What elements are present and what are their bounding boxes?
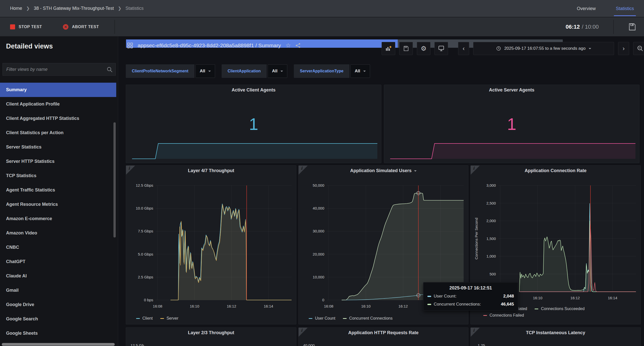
legend-item[interactable]: Connections Failed — [483, 313, 524, 318]
legend-item[interactable]: Client — [136, 316, 153, 321]
chart-tooltip: 2025-09-17 16:12:51 User Count:2,048Conc… — [423, 282, 518, 311]
panel-layer23-throughput: Layer 2/3 Throughput 12.5 Gb — [126, 327, 296, 346]
breadcrumb-item[interactable]: Statistics — [126, 6, 144, 11]
panel-title[interactable]: Layer 2/3 Throughput — [126, 330, 296, 335]
save-dashboard-icon — [403, 45, 409, 52]
tab-statistics[interactable]: Statistics — [616, 0, 634, 17]
stat-value: 1 — [384, 115, 639, 134]
stat-value: 1 — [126, 115, 381, 134]
monitor-icon — [438, 45, 445, 52]
cycle-view-button[interactable] — [434, 42, 448, 55]
sidebar-item-chatgpt[interactable]: ChatGPT — [0, 255, 116, 269]
add-panel-button[interactable] — [382, 42, 395, 55]
legend-item[interactable]: Concurrent Connections — [343, 316, 393, 321]
legend-series-color — [535, 309, 538, 309]
svg-text:16:14: 16:14 — [264, 304, 273, 308]
dashboard-title[interactable]: appsec-ef6dc5e8-d95c-4923-8dd2-208a5a889… — [138, 42, 281, 48]
breadcrumb: Home❯38 - STH Gateway Mix-Throughput-Tes… — [0, 6, 144, 11]
add-panel-icon — [385, 45, 392, 52]
tab-statistics-label: Statistics — [616, 6, 634, 11]
sidebar-item-summary[interactable]: Summary — [0, 83, 116, 97]
sidebar-item-google-drive[interactable]: Google Drive — [0, 298, 116, 312]
breadcrumb-item[interactable]: Home — [10, 6, 22, 11]
time-range-picker[interactable]: 2025-09-17 16:07:55 to a few seconds ago — [473, 42, 614, 55]
sidebar-horizontal-scrollbar[interactable] — [2, 343, 115, 346]
time-range-label: 2025-09-17 16:07:55 to a few seconds ago — [504, 46, 585, 51]
sidebar-item-agent-traffic-statistics[interactable]: Agent Traffic Statistics — [0, 183, 116, 197]
svg-text:16:12: 16:12 — [398, 304, 408, 308]
share-icon[interactable] — [295, 43, 301, 48]
breadcrumb-item[interactable]: 38 - STH Gateway Mix-Throughput-Test — [34, 6, 114, 11]
svg-text:16:10: 16:10 — [533, 296, 543, 300]
sidebar-item-cnbc[interactable]: CNBC — [0, 240, 116, 255]
svg-text:0 bps: 0 bps — [144, 298, 153, 302]
chevron-right-icon: › — [623, 45, 625, 52]
variable-value-dropdown[interactable]: All — [195, 64, 215, 78]
sidebar-item-agent-resource-metrics[interactable]: Agent Resource Metrics — [0, 197, 116, 212]
variable-value-dropdown[interactable]: All — [268, 64, 287, 78]
sidebar-item-client-aggregated-http-statistics[interactable]: Client Aggregated HTTP Statistics — [0, 111, 116, 126]
panel-title[interactable]: TCP Instantaneous Latency — [471, 330, 640, 335]
legend-item[interactable]: User Count — [309, 316, 335, 321]
legend-series-color — [483, 315, 487, 316]
legend-series-label: Server — [167, 316, 178, 321]
legend-item[interactable]: Connections Succeeded — [535, 307, 584, 311]
star-icon[interactable]: ☆ — [286, 42, 291, 49]
panel-title[interactable]: Active Server Agents — [384, 87, 639, 93]
sidebar-item-google-search[interactable]: Google Search — [0, 312, 116, 326]
dashboard-settings-button[interactable]: ⚙ — [417, 42, 430, 55]
variable-value-dropdown[interactable]: All — [350, 64, 370, 78]
top-navigation-bar: Home❯38 - STH Gateway Mix-Throughput-Tes… — [0, 0, 644, 17]
zoom-out-time-button[interactable] — [633, 42, 644, 55]
sidebar-item-server-statistics[interactable]: Server Statistics — [0, 140, 116, 154]
stat-sparkline — [387, 142, 637, 160]
svg-text:2.5 Gbps: 2.5 Gbps — [138, 275, 153, 279]
sidebar-item-client-application-profile[interactable]: Client Application Profile — [0, 97, 116, 111]
total-time: / 10:00 — [582, 24, 599, 30]
legend-item[interactable]: Server — [160, 316, 178, 321]
panel-title[interactable]: Application HTTP Requests Rate — [299, 330, 468, 335]
stop-test-label: STOP TEST — [19, 25, 42, 29]
svg-text:Connections Per Second: Connections Per Second — [474, 218, 478, 260]
tooltip-timestamp: 2025-09-17 16:12:51 — [427, 285, 514, 291]
sidebar-item-gmail[interactable]: Gmail — [0, 283, 116, 298]
sidebar-vertical-scrollbar[interactable] — [113, 122, 116, 237]
variable-label[interactable]: ServerApplicationType — [294, 64, 349, 78]
svg-text:20,000: 20,000 — [313, 252, 324, 256]
variable-filter: ServerApplicationTypeAll — [294, 64, 370, 78]
tab-overview[interactable]: Overview — [577, 0, 596, 17]
abort-test-button[interactable]: ✕ ABORT TEST — [63, 17, 99, 36]
time-shift-forward-button[interactable]: › — [618, 42, 629, 55]
chevron-down-icon — [363, 71, 366, 72]
variable-label[interactable]: ClientProfileNetworkSegment — [126, 64, 194, 78]
view-tabs: Overview Statistics — [577, 0, 634, 17]
filter-views-input[interactable] — [3, 63, 115, 75]
panel-title[interactable]: Active Client Agents — [126, 87, 381, 93]
stop-test-button[interactable]: STOP TEST — [10, 17, 42, 36]
save-dashboard-button[interactable] — [399, 42, 413, 55]
legend-series-label: Client — [142, 316, 153, 321]
svg-text:500: 500 — [490, 272, 496, 276]
sidebar-item-claude-ai[interactable]: Claude AI — [0, 269, 116, 283]
active-tab-underline — [614, 15, 636, 16]
svg-text:1,500: 1,500 — [486, 236, 496, 241]
svg-text:40,000: 40,000 — [313, 206, 324, 210]
svg-text:30,000: 30,000 — [313, 229, 324, 233]
breadcrumb-separator-icon: ❯ — [118, 6, 121, 11]
sidebar-item-amazon-video[interactable]: Amazon Video — [0, 226, 116, 240]
variable-filter: ClientApplicationAll — [222, 64, 287, 78]
legend-series-label: Concurrent Connections — [349, 316, 393, 321]
sidebar-item-tcp-statistics[interactable]: TCP Statistics — [0, 169, 116, 183]
sidebar-item-client-statistics-per-action[interactable]: Client Statistics per Action — [0, 126, 116, 140]
save-icon — [628, 23, 636, 31]
save-test-button[interactable] — [628, 23, 636, 31]
sidebar-item-server-http-statistics[interactable]: Server HTTP Statistics — [0, 154, 116, 169]
axis-tick-label: 1.25 — [478, 343, 485, 346]
layer47-throughput-chart[interactable]: 16:0816:1016:1216:140 bps2.5 Gbps5.0 Gbp… — [126, 166, 297, 325]
sidebar-item-amazon-e-commerce[interactable]: Amazon E-commerce — [0, 212, 116, 226]
variable-label[interactable]: ClientApplication — [222, 64, 267, 78]
time-shift-back-button[interactable]: ‹ — [458, 42, 469, 55]
svg-text:10.0 Gbps: 10.0 Gbps — [136, 206, 153, 210]
apps-grid-icon[interactable] — [127, 42, 133, 48]
sidebar-item-google-sheets[interactable]: Google Sheets — [0, 326, 116, 340]
